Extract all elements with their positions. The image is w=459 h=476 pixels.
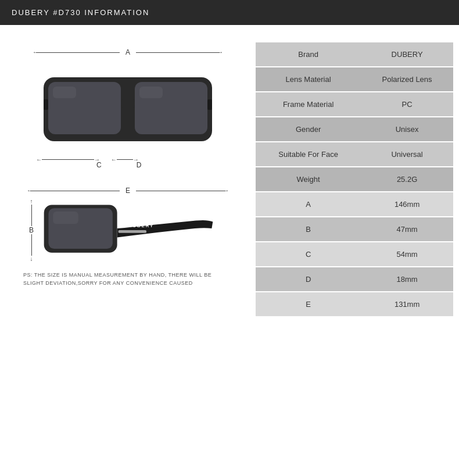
svg-rect-6: [53, 87, 76, 98]
dim-d-label: D: [137, 161, 142, 169]
glasses-front-svg: [38, 60, 218, 153]
spec-label: Weight: [256, 167, 361, 192]
dim-a-label: A: [125, 48, 130, 56]
spec-label: Gender: [256, 117, 361, 142]
spec-value: Universal: [361, 142, 453, 167]
dim-b-label: B: [29, 226, 34, 234]
dim-e-label: E: [125, 187, 130, 195]
table-row: A146mm: [256, 192, 453, 217]
spec-value: 146mm: [361, 192, 453, 217]
svg-text:DUBERY: DUBERY: [128, 223, 154, 228]
spec-value: PC: [361, 92, 453, 117]
table-row: E131mm: [256, 292, 453, 317]
svg-rect-5: [207, 99, 212, 110]
header-title: DUBERY #D730 INFORMATION: [12, 8, 149, 17]
svg-rect-10: [53, 212, 78, 224]
spec-label: Brand: [256, 42, 361, 67]
table-row: Suitable For FaceUniversal: [256, 142, 453, 167]
page-header: DUBERY #D730 INFORMATION: [0, 0, 459, 25]
spec-label: Lens Material: [256, 67, 361, 92]
spec-label: C: [256, 242, 361, 267]
spec-label: Frame Material: [256, 92, 361, 117]
spec-value: 131mm: [361, 292, 453, 317]
table-row: BrandDUBERY: [256, 42, 453, 67]
spec-value: Unisex: [361, 117, 453, 142]
table-row: Lens MaterialPolarized Lens: [256, 67, 453, 92]
spec-label: B: [256, 217, 361, 242]
spec-value: 47mm: [361, 217, 453, 242]
main-content: ← A →: [0, 25, 459, 329]
diagram-panel: ← A →: [12, 42, 244, 293]
svg-rect-3: [121, 99, 135, 108]
table-row: Weight25.2G: [256, 167, 453, 192]
spec-value: Polarized Lens: [361, 67, 453, 92]
spec-value: 54mm: [361, 242, 453, 267]
side-diagram: ← E → ↑ B ↓: [23, 187, 232, 262]
svg-rect-4: [44, 99, 48, 110]
specs-table: BrandDUBERYLens MaterialPolarized LensFr…: [256, 42, 453, 317]
spec-label: D: [256, 267, 361, 292]
spec-label: Suitable For Face: [256, 142, 361, 167]
svg-rect-12: [119, 230, 146, 233]
ps-note: PS: THE SIZE IS MANUAL MEASUREMENT BY HA…: [23, 271, 215, 287]
svg-rect-7: [139, 87, 163, 98]
table-row: GenderUnisex: [256, 117, 453, 142]
front-diagram: ← A →: [23, 48, 232, 163]
spec-value: DUBERY: [361, 42, 453, 67]
glasses-side-svg: DUBERY: [38, 198, 218, 262]
specs-panel: BrandDUBERYLens MaterialPolarized LensFr…: [256, 42, 453, 317]
spec-label: E: [256, 292, 361, 317]
spec-label: A: [256, 192, 361, 217]
table-row: D18mm: [256, 267, 453, 292]
dim-c-label: C: [96, 161, 102, 169]
table-row: B47mm: [256, 217, 453, 242]
table-row: C54mm: [256, 242, 453, 267]
spec-value: 18mm: [361, 267, 453, 292]
spec-value: 25.2G: [361, 167, 453, 192]
table-row: Frame MaterialPC: [256, 92, 453, 117]
